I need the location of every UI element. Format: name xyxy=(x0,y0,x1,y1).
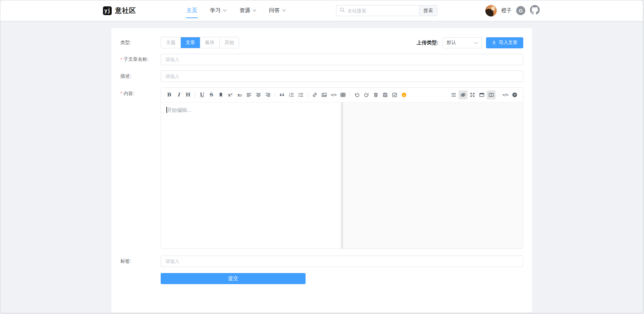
brand-name: 意社区 xyxy=(115,6,136,15)
quote-icon xyxy=(279,92,285,98)
link-icon xyxy=(312,92,318,98)
toolbar-divider xyxy=(275,92,275,98)
nav-item-home[interactable]: 主页 xyxy=(186,0,197,21)
inline-code-button[interactable]: </> xyxy=(329,90,338,99)
align-center-icon xyxy=(256,92,261,98)
download-icon xyxy=(492,40,496,46)
toolbar-divider xyxy=(498,92,498,98)
link-button[interactable] xyxy=(310,90,319,99)
bookmark-button[interactable] xyxy=(216,90,225,99)
type-option-other[interactable]: 其他 xyxy=(219,37,239,48)
align-center-button[interactable] xyxy=(254,90,263,99)
tags-row: 标签: xyxy=(120,256,523,267)
undo-button[interactable] xyxy=(353,90,362,99)
unordered-list-button[interactable] xyxy=(296,90,305,99)
nav-item-learn-label: 学习 xyxy=(210,7,221,14)
upload-type-select[interactable]: 默认 xyxy=(443,37,482,48)
brand[interactable]: yj 意社区 xyxy=(103,6,136,15)
outline-button[interactable] xyxy=(449,90,458,99)
upload-type-label: 上传类型: xyxy=(417,40,438,46)
type-option-topic[interactable]: 主题 xyxy=(161,37,180,48)
image-button[interactable] xyxy=(320,90,329,99)
heading-button[interactable]: H xyxy=(183,90,193,99)
align-right-button[interactable] xyxy=(263,90,272,99)
nav-item-qa-label: 问答 xyxy=(269,7,280,14)
search-button[interactable]: 搜索 xyxy=(419,5,437,16)
bold-button[interactable]: B xyxy=(165,90,174,99)
split-mode-button[interactable] xyxy=(487,90,496,99)
tags-label: 标签: xyxy=(120,256,161,267)
table-button[interactable] xyxy=(338,90,347,99)
redo-button[interactable] xyxy=(362,90,371,99)
superscript-button[interactable]: x² xyxy=(226,90,235,99)
editor-input-pane[interactable]: 开始编辑... xyxy=(161,102,341,249)
subscript-button[interactable]: x₂ xyxy=(235,90,244,99)
unordered-list-icon xyxy=(298,92,304,98)
submit-button[interactable]: 提交 xyxy=(161,273,306,284)
import-article-button[interactable]: 导入文章 xyxy=(486,37,523,48)
check-square-button[interactable] xyxy=(390,90,399,99)
strikethrough-icon: S xyxy=(210,92,213,97)
strikethrough-button[interactable]: S xyxy=(207,90,216,99)
bookmark-icon xyxy=(218,92,224,98)
browser-window: yj 意社区 主页 学习 资源 问答 搜索 xyxy=(0,0,643,313)
type-option-board[interactable]: 板块 xyxy=(200,37,219,48)
quote-button[interactable] xyxy=(277,90,286,99)
code-theme-button[interactable]: </> xyxy=(501,90,510,99)
nav-links: 主页 学习 资源 问答 xyxy=(186,0,286,21)
bold-icon: B xyxy=(167,92,171,97)
undo-icon xyxy=(354,92,360,98)
nav-item-resources[interactable]: 资源 xyxy=(239,0,256,21)
help-button[interactable]: ? xyxy=(510,90,519,99)
type-option-article[interactable]: 文章 xyxy=(180,37,200,48)
fullscreen-button[interactable] xyxy=(468,90,477,99)
align-left-icon xyxy=(246,92,252,98)
underline-icon: U xyxy=(200,92,204,97)
preview-toggle-button[interactable] xyxy=(459,90,468,99)
ordered-list-button[interactable]: 123 xyxy=(287,90,296,99)
image-icon xyxy=(321,92,327,98)
tags-input[interactable] xyxy=(161,256,523,267)
underline-button[interactable]: U xyxy=(198,90,207,99)
avatar[interactable] xyxy=(485,5,497,16)
submit-row-spacer xyxy=(120,273,161,284)
search-input[interactable] xyxy=(347,8,416,13)
pane-resize-handle[interactable] xyxy=(341,102,343,249)
save-icon xyxy=(382,92,388,98)
type-label: 类型: xyxy=(120,37,161,48)
content-row: *内容: B I H U S x² x₂ xyxy=(120,87,523,249)
chevron-down-icon xyxy=(282,9,286,12)
superscript-icon: x² xyxy=(228,93,232,97)
name-label: *子文章名称: xyxy=(120,54,161,65)
italic-button[interactable]: I xyxy=(174,90,183,99)
gitee-icon[interactable]: G xyxy=(516,6,525,15)
edit-mode-button[interactable] xyxy=(477,90,486,99)
nav-item-resources-label: 资源 xyxy=(239,7,250,14)
heading-icon: H xyxy=(185,92,190,97)
editor-placeholder: 开始编辑... xyxy=(167,107,192,113)
sub-article-name-input[interactable] xyxy=(161,54,523,65)
description-input[interactable] xyxy=(161,71,523,82)
code-icon: </> xyxy=(502,93,508,97)
save-button[interactable] xyxy=(381,90,390,99)
align-right-icon xyxy=(265,92,271,98)
fullscreen-icon xyxy=(470,92,475,98)
submit-row: 提交 xyxy=(120,273,523,284)
redo-icon xyxy=(364,92,369,98)
eye-slash-icon xyxy=(460,92,466,98)
upload-type-value: 默认 xyxy=(447,40,456,46)
nav-item-qa[interactable]: 问答 xyxy=(269,0,286,21)
svg-text:3: 3 xyxy=(289,95,290,97)
editor-toolbar: B I H U S x² x₂ 123 xyxy=(161,88,523,102)
align-left-button[interactable] xyxy=(245,90,254,99)
nav-item-learn[interactable]: 学习 xyxy=(210,0,227,21)
search-icon xyxy=(340,7,345,14)
user-name[interactable]: 橙子 xyxy=(501,7,512,14)
emoji-button[interactable] xyxy=(399,90,409,99)
markdown-editor: B I H U S x² x₂ 123 xyxy=(161,87,523,249)
article-form-card: 类型: 主题 文章 板块 其他 上传类型: 默认 导入文章 xyxy=(111,28,532,312)
delete-button[interactable] xyxy=(371,90,380,99)
trash-icon xyxy=(373,92,379,98)
github-icon[interactable] xyxy=(530,5,540,16)
description-row: 描述: xyxy=(120,71,523,82)
